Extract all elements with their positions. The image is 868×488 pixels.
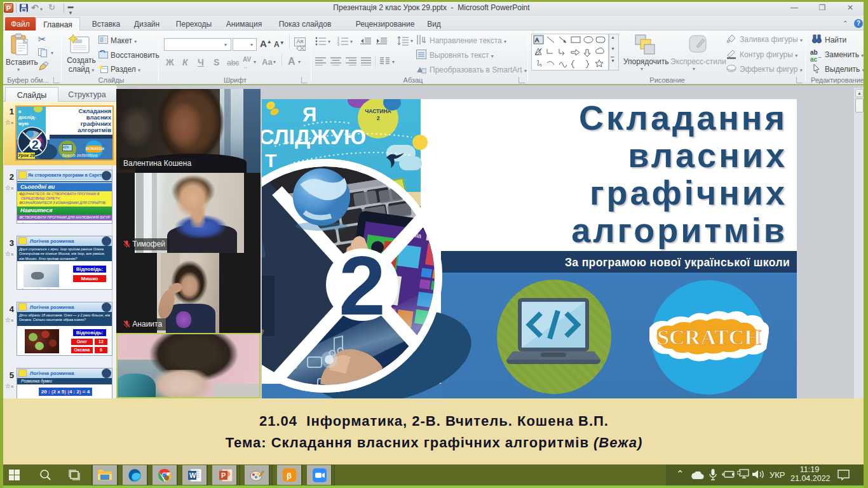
svg-text:W: W [189, 471, 196, 479]
svg-text:2: 2 [32, 138, 39, 151]
svg-text:2: 2 [339, 239, 385, 332]
svg-text:β: β [287, 471, 292, 480]
svg-text:P: P [221, 471, 226, 479]
svg-text:3: 3 [337, 43, 339, 46]
svg-text:A: A [535, 37, 539, 43]
svg-text:SCRATCH: SCRATCH [657, 325, 761, 349]
